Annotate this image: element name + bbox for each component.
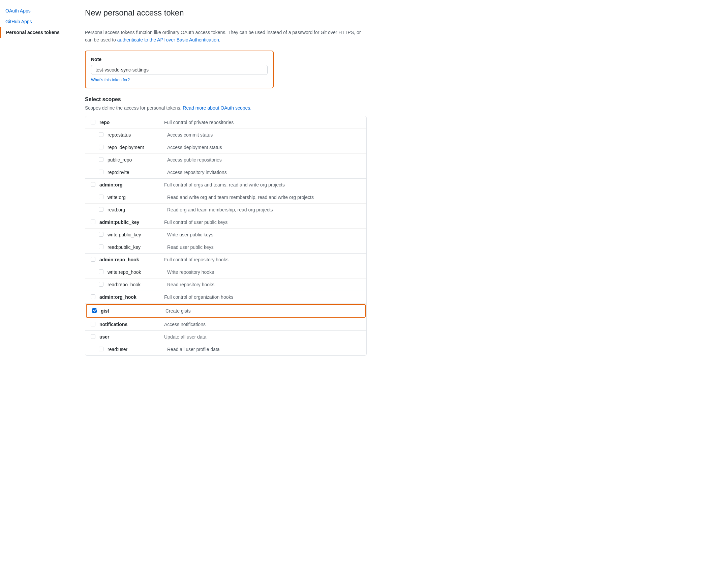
scope-row-notifications: notifications Access notifications: [85, 318, 366, 330]
scope-row-read-public-key: read:public_key Read user public keys: [85, 241, 366, 253]
scope-checkbox-repo-status[interactable]: [99, 132, 103, 137]
scope-name-repo-invite: repo:invite: [107, 170, 163, 175]
note-section: Note What's this token for?: [85, 51, 274, 88]
scope-desc-read-public-key: Read user public keys: [167, 245, 214, 250]
scope-name-public-repo: public_repo: [107, 157, 163, 162]
scope-checkbox-admin-repo-hook[interactable]: [91, 257, 95, 262]
sidebar-item-github-apps[interactable]: GitHub Apps: [0, 16, 74, 27]
scopes-section: Select scopes Scopes define the access f…: [85, 97, 367, 356]
scope-name-read-public-key: read:public_key: [107, 245, 163, 250]
scope-checkbox-repo[interactable]: [91, 120, 95, 124]
scope-desc-repo-status: Access commit status: [167, 132, 213, 137]
sidebar-item-oauth-apps[interactable]: OAuth Apps: [0, 5, 74, 16]
scope-name-read-org: read:org: [107, 207, 163, 212]
scope-desc-admin-repo-hook: Full control of repository hooks: [164, 257, 229, 262]
scope-row-repo-status: repo:status Access commit status: [85, 128, 366, 141]
scope-checkbox-read-org[interactable]: [99, 207, 103, 212]
scope-name-notifications: notifications: [99, 322, 160, 327]
scope-desc-admin-org: Full control of orgs and teams, read and…: [164, 182, 285, 187]
scope-name-read-repo-hook: read:repo_hook: [107, 282, 163, 287]
scope-group-admin-repo-hook: admin:repo_hook Full control of reposito…: [85, 254, 366, 291]
scope-checkbox-write-org[interactable]: [99, 195, 103, 199]
scope-row-repo-invite: repo:invite Access repository invitation…: [85, 166, 366, 178]
scopes-heading: Select scopes: [85, 97, 367, 102]
scope-name-admin-public-key: admin:public_key: [99, 220, 160, 225]
scope-row-public-repo: public_repo Access public repositories: [85, 153, 366, 166]
scope-name-admin-org-hook: admin:org_hook: [99, 294, 160, 300]
scope-desc-read-repo-hook: Read repository hooks: [167, 282, 214, 287]
note-label: Note: [91, 57, 268, 62]
scope-desc-repo-invite: Access repository invitations: [167, 170, 227, 175]
scope-desc-write-repo-hook: Write repository hooks: [167, 270, 214, 275]
scope-group-admin-org: admin:org Full control of orgs and teams…: [85, 179, 366, 216]
scope-desc-admin-public-key: Full control of user public keys: [164, 220, 228, 225]
scope-row-repo-deployment: repo_deployment Access deployment status: [85, 141, 366, 153]
scope-checkbox-public-repo[interactable]: [99, 157, 103, 162]
scope-name-write-repo-hook: write:repo_hook: [107, 270, 163, 275]
scope-checkbox-notifications[interactable]: [91, 322, 95, 326]
scope-desc-user: Update all user data: [164, 334, 206, 339]
note-input[interactable]: [91, 65, 268, 75]
scope-row-gist: gist Create gists: [87, 305, 365, 317]
scope-name-repo: repo: [99, 120, 160, 125]
scope-row-admin-repo-hook: admin:repo_hook Full control of reposito…: [85, 254, 366, 266]
scope-name-read-user: read:user: [107, 347, 163, 352]
scope-checkbox-write-public-key[interactable]: [99, 232, 103, 237]
scope-desc-read-user: Read all user profile data: [167, 347, 220, 352]
scope-name-repo-status: repo:status: [107, 132, 163, 137]
main-content: New personal access token Personal acces…: [74, 0, 378, 582]
api-auth-link[interactable]: authenticate to the API over Basic Authe…: [117, 37, 219, 43]
scope-name-gist: gist: [101, 308, 161, 313]
scope-group-notifications: notifications Access notifications: [85, 318, 366, 331]
scope-checkbox-admin-public-key[interactable]: [91, 220, 95, 224]
scope-row-read-user: read:user Read all user profile data: [85, 343, 366, 355]
page-title: New personal access token: [85, 8, 367, 23]
scope-desc-notifications: Access notifications: [164, 322, 206, 327]
scope-row-write-repo-hook: write:repo_hook Write repository hooks: [85, 266, 366, 278]
scope-checkbox-repo-invite[interactable]: [99, 170, 103, 174]
sidebar: OAuth Apps GitHub Apps Personal access t…: [0, 0, 74, 582]
scope-desc-repo-deployment: Access deployment status: [167, 145, 222, 150]
scope-name-admin-org: admin:org: [99, 182, 160, 187]
scope-checkbox-admin-org[interactable]: [91, 182, 95, 187]
scope-checkbox-read-public-key[interactable]: [99, 245, 103, 249]
scope-row-write-public-key: write:public_key Write user public keys: [85, 228, 366, 241]
scopes-intro-text: Scopes define the access for personal to…: [85, 105, 183, 110]
scope-name-write-org: write:org: [107, 195, 163, 200]
scope-row-repo: repo Full control of private repositorie…: [85, 116, 366, 128]
intro-text-after: .: [219, 37, 220, 43]
scope-row-read-repo-hook: read:repo_hook Read repository hooks: [85, 278, 366, 291]
scopes-intro: Scopes define the access for personal to…: [85, 105, 367, 110]
scope-row-admin-org: admin:org Full control of orgs and teams…: [85, 179, 366, 191]
intro-paragraph: Personal access tokens function like ord…: [85, 29, 367, 44]
sidebar-item-personal-access-tokens[interactable]: Personal access tokens: [0, 27, 74, 38]
scope-row-admin-org-hook: admin:org_hook Full control of organizat…: [85, 291, 366, 303]
scope-checkbox-write-repo-hook[interactable]: [99, 270, 103, 274]
scope-row-read-org: read:org Read org and team membership, r…: [85, 203, 366, 216]
scope-desc-public-repo: Access public repositories: [167, 157, 222, 162]
scope-checkbox-read-user[interactable]: [99, 347, 103, 351]
scope-desc-admin-org-hook: Full control of organization hooks: [164, 294, 233, 300]
scope-checkbox-repo-deployment[interactable]: [99, 145, 103, 149]
scope-row-write-org: write:org Read and write org and team me…: [85, 191, 366, 203]
scope-checkbox-user[interactable]: [91, 334, 95, 339]
scope-row-admin-public-key: admin:public_key Full control of user pu…: [85, 216, 366, 228]
scope-name-repo-deployment: repo_deployment: [107, 145, 163, 150]
scope-group-gist: gist Create gists: [86, 304, 366, 318]
scope-desc-write-org: Read and write org and team membership, …: [167, 195, 314, 200]
scope-name-admin-repo-hook: admin:repo_hook: [99, 257, 160, 262]
scope-row-user: user Update all user data: [85, 331, 366, 343]
scope-group-admin-public-key: admin:public_key Full control of user pu…: [85, 216, 366, 254]
scope-checkbox-read-repo-hook[interactable]: [99, 282, 103, 287]
scope-checkbox-gist[interactable]: [92, 308, 97, 313]
scope-name-user: user: [99, 334, 160, 339]
scope-desc-repo: Full control of private repositories: [164, 120, 234, 125]
scope-checkbox-admin-org-hook[interactable]: [91, 294, 95, 299]
scope-desc-read-org: Read org and team membership, read org p…: [167, 207, 273, 212]
oauth-scopes-link[interactable]: Read more about OAuth scopes.: [183, 105, 252, 110]
scope-desc-write-public-key: Write user public keys: [167, 232, 213, 237]
scopes-table: repo Full control of private repositorie…: [85, 116, 367, 356]
scope-group-repo: repo Full control of private repositorie…: [85, 116, 366, 179]
scope-desc-gist: Create gists: [165, 308, 191, 313]
note-hint[interactable]: What's this token for?: [91, 78, 268, 82]
